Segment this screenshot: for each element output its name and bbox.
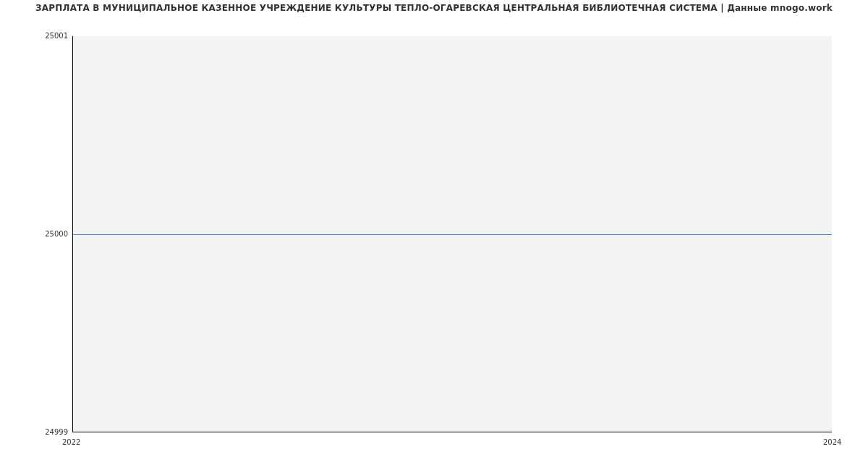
y-tick-label: 25000 bbox=[3, 230, 68, 238]
y-tick-label: 25001 bbox=[3, 32, 68, 40]
y-tick-label: 24999 bbox=[3, 428, 68, 436]
chart-container: ЗАРПЛАТА В МУНИЦИПАЛЬНОЕ КАЗЕННОЕ УЧРЕЖД… bbox=[0, 0, 868, 470]
plot-area bbox=[72, 36, 832, 432]
chart-title: ЗАРПЛАТА В МУНИЦИПАЛЬНОЕ КАЗЕННОЕ УЧРЕЖД… bbox=[0, 3, 868, 13]
data-line-salary bbox=[73, 234, 832, 235]
x-tick-label: 2022 bbox=[62, 438, 80, 446]
x-tick-label: 2024 bbox=[823, 438, 841, 446]
